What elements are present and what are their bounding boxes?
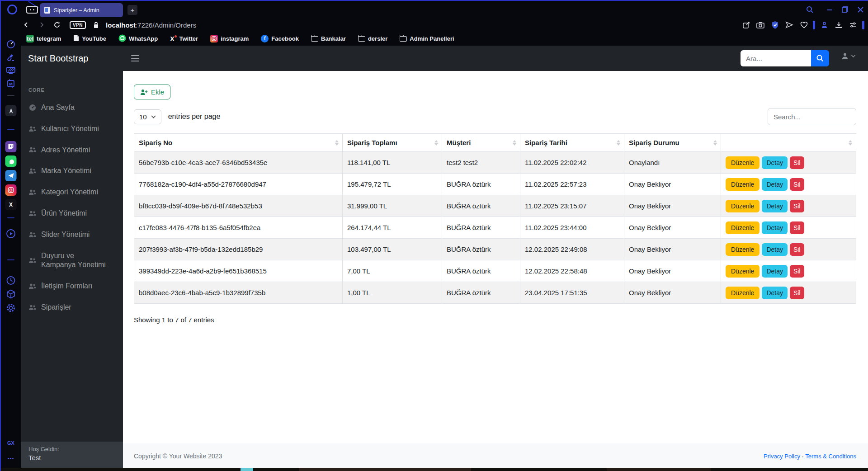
close-button[interactable] [855, 5, 865, 14]
reload-icon[interactable] [52, 19, 62, 30]
sidebar-item-urun-yonetimi[interactable]: Ürün Yönetimi [21, 203, 123, 224]
twitch-icon[interactable] [5, 141, 17, 152]
sidebar-item-siparisler[interactable]: Siparişler [21, 297, 123, 318]
delete-button[interactable]: Sil [790, 156, 804, 169]
sidebar-item-adres-yonetimi[interactable]: Adres Yönetimi [21, 140, 123, 161]
delete-button[interactable]: Sil [790, 200, 804, 212]
sidebar-item-iletisim-formlari[interactable]: İletişim Formları [21, 276, 123, 297]
terms-link[interactable]: Terms & Conditions [805, 453, 856, 460]
instagram-panel-icon[interactable] [5, 184, 17, 196]
maximize-button[interactable] [840, 5, 850, 14]
column-header-siparis-toplami[interactable]: Sipariş Toplamı [343, 134, 442, 152]
tab-search-icon[interactable] [805, 5, 815, 14]
camera-icon[interactable] [755, 19, 766, 30]
delete-button[interactable]: Sil [790, 265, 804, 278]
opera-logo-icon[interactable] [7, 5, 17, 14]
delete-button[interactable]: Sil [790, 287, 804, 299]
edit-button[interactable]: Düzenle [726, 200, 760, 212]
x-panel-icon[interactable]: X [5, 199, 17, 210]
gx-corner-icon[interactable] [26, 6, 38, 14]
bookmark-whatsapp[interactable]: WhatsApp [118, 34, 158, 43]
column-header-siparis-no[interactable]: Sipariş No [134, 134, 343, 152]
speed-dial-icon[interactable] [6, 40, 15, 49]
aim-trainer-icon[interactable] [5, 105, 17, 116]
sidebar-item-kullanici-yonetimi[interactable]: Kullanıcı Yönetimi [21, 118, 123, 140]
edit-button[interactable]: Düzenle [726, 221, 760, 234]
bookmark-heart-icon[interactable] [798, 19, 809, 30]
column-header-actions[interactable] [721, 134, 856, 152]
bookmark-youtube[interactable]: YouTube [73, 34, 106, 43]
sidebar-toggle-button[interactable] [128, 52, 142, 64]
order-date-cell: 12.02.2025 22:49:08 [520, 239, 624, 260]
bookmark-folder-bankalar[interactable]: Bankalar [311, 35, 346, 42]
lock-icon[interactable] [90, 19, 101, 30]
gx-mods-icon[interactable]: M [6, 79, 16, 89]
forward-icon[interactable] [36, 19, 47, 30]
user-dropdown[interactable] [841, 52, 855, 60]
column-header-musteri[interactable]: Müşteri [442, 134, 520, 152]
column-header-siparis-tarihi[interactable]: Sipariş Tarihi [520, 134, 624, 152]
navbar-search-button[interactable] [811, 50, 829, 66]
column-header-siparis-durumu[interactable]: Sipariş Durumu [624, 134, 721, 152]
detail-button[interactable]: Detay [762, 178, 788, 191]
sidebar-item-slider-yonetimi[interactable]: Slider Yönetimi [21, 224, 123, 245]
history-icon[interactable] [6, 276, 16, 285]
top-navbar: Start Bootstrap [21, 46, 868, 71]
bookmark-folder-dersler[interactable]: dersler [358, 35, 387, 42]
whatsapp-panel-icon[interactable] [5, 155, 17, 167]
bookmark-twitter[interactable]: X Twitter [170, 35, 198, 42]
url-text[interactable]: localhost:7226/Admin/Orders [106, 21, 196, 29]
delete-button[interactable]: Sil [790, 221, 804, 234]
page-size-select[interactable]: 10 [134, 109, 161, 124]
telegram-panel-icon[interactable] [5, 170, 17, 181]
edit-button[interactable]: Düzenle [726, 156, 760, 169]
browser-tab[interactable]: Siparişler – Admin [40, 3, 123, 17]
privacy-policy-link[interactable]: Privacy Policy [764, 453, 800, 460]
bookmarks-bar: tel telegram YouTube WhatsApp X Twitter … [21, 32, 868, 46]
minimize-button[interactable] [825, 5, 835, 14]
edit-button[interactable]: Düzenle [726, 178, 760, 191]
table-search-input[interactable] [768, 108, 856, 125]
brand-title[interactable]: Start Bootstrap [21, 53, 123, 64]
bookmark-facebook[interactable]: f Facebook [261, 35, 299, 42]
sidebar-more-icon[interactable]: ••• [8, 456, 14, 461]
settings-gear-icon[interactable] [6, 303, 16, 313]
detail-button[interactable]: Detay [762, 243, 788, 256]
bookmark-folder-admin-panelleri[interactable]: Admin Panelleri [400, 35, 454, 42]
detail-button[interactable]: Detay [762, 156, 788, 169]
edit-button[interactable]: Düzenle [726, 287, 760, 299]
extensions-icon[interactable] [6, 289, 16, 299]
back-icon[interactable] [21, 19, 32, 30]
vpn-badge[interactable]: VPN [70, 19, 86, 30]
delete-button[interactable]: Sil [790, 243, 804, 256]
profile-icon[interactable] [819, 19, 830, 30]
sidebar-item-ana-sayfa[interactable]: Ana Sayfa [21, 97, 123, 118]
delete-button[interactable]: Sil [790, 178, 804, 191]
edit-button[interactable]: Düzenle [726, 265, 760, 278]
downloads-icon[interactable] [833, 19, 844, 30]
sidebar-item-kategori-yonetimi[interactable]: Kategori Yönetimi [21, 182, 123, 203]
send-to-device-icon[interactable] [784, 19, 795, 30]
cleaner-icon[interactable] [6, 53, 15, 62]
gx-themes-icon[interactable] [6, 66, 15, 75]
detail-button[interactable]: Detay [762, 221, 788, 234]
bookmark-instagram[interactable]: instagram [210, 35, 249, 42]
new-tab-button[interactable]: + [127, 5, 137, 15]
adblock-shield-icon[interactable] [769, 19, 780, 30]
table-header-row: Sipariş No Sipariş Toplamı Müşteri Sipar… [134, 134, 856, 152]
gx-profile-label[interactable]: GX [7, 440, 14, 446]
player-icon[interactable] [6, 229, 16, 239]
edit-button[interactable]: Düzenle [726, 243, 760, 256]
bookmark-telegram[interactable]: tel telegram [26, 35, 61, 42]
order-date-cell: 11.02.2025 23:44:00 [520, 217, 624, 239]
detail-button[interactable]: Detay [762, 265, 788, 278]
detail-button[interactable]: Detay [762, 287, 788, 299]
taskbar-edge [1, 468, 868, 471]
settings-sliders-icon[interactable] [848, 19, 859, 30]
navbar-search-input[interactable] [741, 50, 811, 66]
sidebar-item-duyuru-kampanya[interactable]: Duyuru ve Kampanya Yönetimi [21, 245, 123, 276]
snapshot-icon[interactable] [741, 19, 751, 30]
add-button[interactable]: Ekle [134, 85, 170, 99]
sidebar-item-marka-yonetimi[interactable]: Marka Yönetimi [21, 160, 123, 182]
detail-button[interactable]: Detay [762, 200, 788, 212]
